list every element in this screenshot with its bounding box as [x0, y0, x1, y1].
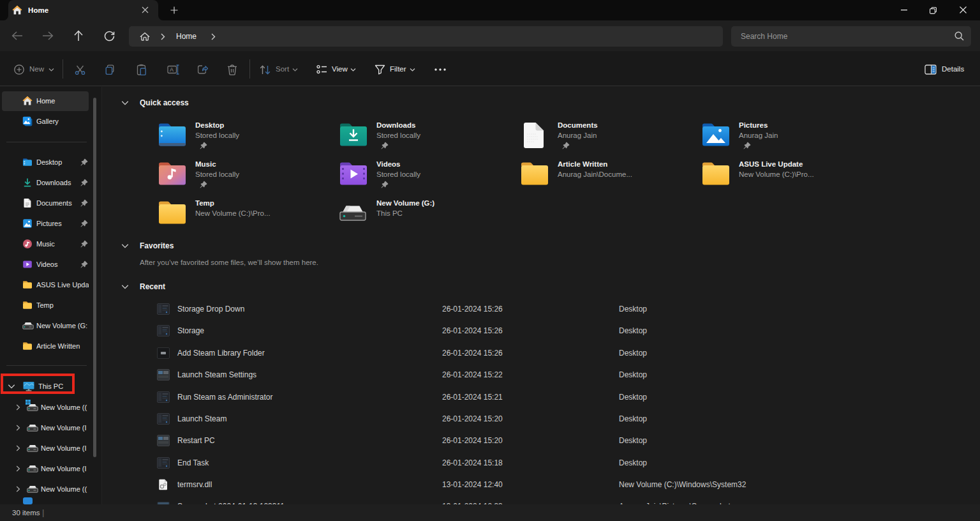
svg-text:A: A [170, 66, 174, 73]
